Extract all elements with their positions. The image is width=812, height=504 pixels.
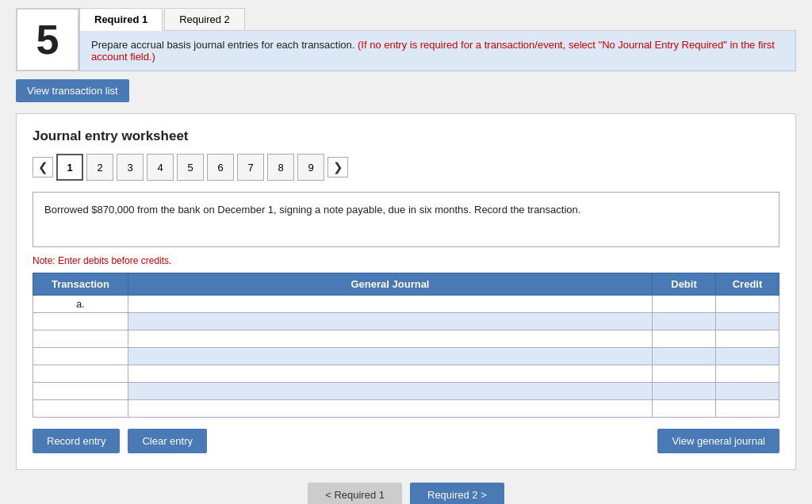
tabs-row: Required 1 Required 2 bbox=[79, 8, 796, 31]
page-btn-3[interactable]: 3 bbox=[117, 154, 144, 181]
credit-input-7[interactable] bbox=[716, 400, 779, 417]
journal-input-3[interactable] bbox=[128, 330, 652, 347]
trans-cell-5 bbox=[33, 365, 128, 383]
journal-cell-1[interactable] bbox=[128, 296, 653, 313]
table-row bbox=[33, 365, 779, 383]
debit-input-4[interactable] bbox=[653, 348, 715, 365]
col-transaction: Transaction bbox=[33, 273, 128, 296]
bottom-nav: < Required 1 Required 2 > bbox=[16, 483, 796, 504]
credit-input-1[interactable] bbox=[716, 296, 779, 312]
nav-row: ❮ 1 2 3 4 5 6 7 8 9 ❯ bbox=[33, 154, 779, 181]
trans-cell-4 bbox=[33, 348, 128, 365]
credit-input-4[interactable] bbox=[716, 348, 779, 365]
page-btn-7[interactable]: 7 bbox=[237, 154, 264, 181]
problem-number: 5 bbox=[16, 8, 79, 71]
buttons-row: Record entry Clear entry View general jo… bbox=[33, 429, 779, 453]
journal-input-6[interactable] bbox=[128, 383, 652, 399]
col-general-journal: General Journal bbox=[128, 273, 653, 296]
credit-cell-1[interactable] bbox=[716, 296, 779, 313]
journal-cell-5[interactable] bbox=[128, 365, 653, 383]
debit-input-1[interactable] bbox=[653, 296, 715, 312]
nav-prev-btn[interactable]: ❮ bbox=[33, 157, 53, 178]
worksheet-title: Journal entry worksheet bbox=[33, 128, 779, 144]
credit-cell-6[interactable] bbox=[716, 383, 779, 400]
journal-input-7[interactable] bbox=[128, 400, 652, 417]
journal-cell-2[interactable] bbox=[128, 313, 653, 330]
view-general-journal-button[interactable]: View general journal bbox=[657, 429, 779, 453]
debit-input-5[interactable] bbox=[653, 365, 715, 382]
record-entry-button[interactable]: Record entry bbox=[33, 429, 120, 453]
page-btn-4[interactable]: 4 bbox=[147, 154, 174, 181]
problem-header: 5 Required 1 Required 2 Prepare accrual … bbox=[16, 8, 796, 71]
trans-cell-7 bbox=[33, 400, 128, 418]
journal-cell-6[interactable] bbox=[128, 383, 653, 400]
credit-cell-5[interactable] bbox=[716, 365, 779, 383]
worksheet-card: Journal entry worksheet ❮ 1 2 3 4 5 6 7 … bbox=[16, 113, 796, 470]
journal-table: Transaction General Journal Debit Credit… bbox=[33, 273, 779, 418]
journal-cell-7[interactable] bbox=[128, 400, 653, 418]
debit-cell-2[interactable] bbox=[653, 313, 716, 330]
debit-input-6[interactable] bbox=[653, 383, 715, 399]
page-btn-9[interactable]: 9 bbox=[297, 154, 324, 181]
journal-input-5[interactable] bbox=[128, 365, 652, 382]
debit-cell-5[interactable] bbox=[653, 365, 716, 383]
journal-input-1[interactable] bbox=[128, 296, 652, 312]
page-btn-5[interactable]: 5 bbox=[177, 154, 204, 181]
page-btn-1[interactable]: 1 bbox=[56, 154, 83, 181]
table-row bbox=[33, 383, 779, 400]
credit-cell-4[interactable] bbox=[716, 348, 779, 365]
tab-required2[interactable]: Required 2 bbox=[164, 8, 245, 30]
journal-input-2[interactable] bbox=[128, 313, 652, 330]
debit-cell-1[interactable] bbox=[653, 296, 716, 313]
chevron-right-icon: ❯ bbox=[333, 160, 343, 174]
tab-required1[interactable]: Required 1 bbox=[79, 8, 163, 31]
page-wrapper: 5 Required 1 Required 2 Prepare accrual … bbox=[0, 0, 812, 504]
debit-cell-6[interactable] bbox=[653, 383, 716, 400]
description-box: Borrowed $870,000 from the bank on Decem… bbox=[33, 192, 779, 247]
nav-next-btn[interactable]: ❯ bbox=[327, 157, 348, 178]
page-btn-2[interactable]: 2 bbox=[86, 154, 113, 181]
instruction-box: Prepare accrual basis journal entries fo… bbox=[79, 31, 796, 71]
credit-cell-2[interactable] bbox=[716, 313, 779, 330]
credit-input-3[interactable] bbox=[716, 330, 779, 347]
table-row bbox=[33, 330, 779, 348]
credit-input-2[interactable] bbox=[716, 313, 779, 330]
chevron-left-icon: ❮ bbox=[38, 160, 48, 174]
instruction-main: Prepare accrual basis journal entries fo… bbox=[91, 39, 354, 51]
view-transaction-btn[interactable]: View transaction list bbox=[16, 79, 129, 102]
table-row bbox=[33, 313, 779, 330]
trans-cell-1: a. bbox=[33, 296, 128, 313]
debit-cell-4[interactable] bbox=[653, 348, 716, 365]
debit-input-7[interactable] bbox=[653, 400, 715, 417]
page-btn-6[interactable]: 6 bbox=[207, 154, 234, 181]
table-header-row: Transaction General Journal Debit Credit bbox=[33, 273, 779, 296]
bottom-nav-required2-btn[interactable]: Required 2 > bbox=[410, 483, 504, 504]
bottom-nav-required1-btn[interactable]: < Required 1 bbox=[308, 483, 402, 504]
table-row bbox=[33, 400, 779, 418]
trans-cell-3 bbox=[33, 330, 128, 348]
debit-input-3[interactable] bbox=[653, 330, 715, 347]
journal-cell-3[interactable] bbox=[128, 330, 653, 348]
debit-cell-3[interactable] bbox=[653, 330, 716, 348]
trans-cell-2 bbox=[33, 313, 128, 330]
journal-input-4[interactable] bbox=[128, 348, 652, 365]
debit-cell-7[interactable] bbox=[653, 400, 716, 418]
clear-entry-button[interactable]: Clear entry bbox=[128, 429, 207, 453]
credit-input-6[interactable] bbox=[716, 383, 779, 399]
note-text: Note: Enter debits before credits. bbox=[33, 255, 779, 266]
page-btn-8[interactable]: 8 bbox=[267, 154, 294, 181]
credit-input-5[interactable] bbox=[716, 365, 779, 382]
debit-input-2[interactable] bbox=[653, 313, 715, 330]
trans-cell-6 bbox=[33, 383, 128, 400]
col-credit: Credit bbox=[716, 273, 779, 296]
table-row: a. bbox=[33, 296, 779, 313]
credit-cell-3[interactable] bbox=[716, 330, 779, 348]
problem-right: Required 1 Required 2 Prepare accrual ba… bbox=[79, 8, 796, 71]
table-row bbox=[33, 348, 779, 365]
journal-cell-4[interactable] bbox=[128, 348, 653, 365]
credit-cell-7[interactable] bbox=[716, 400, 779, 418]
col-debit: Debit bbox=[653, 273, 716, 296]
